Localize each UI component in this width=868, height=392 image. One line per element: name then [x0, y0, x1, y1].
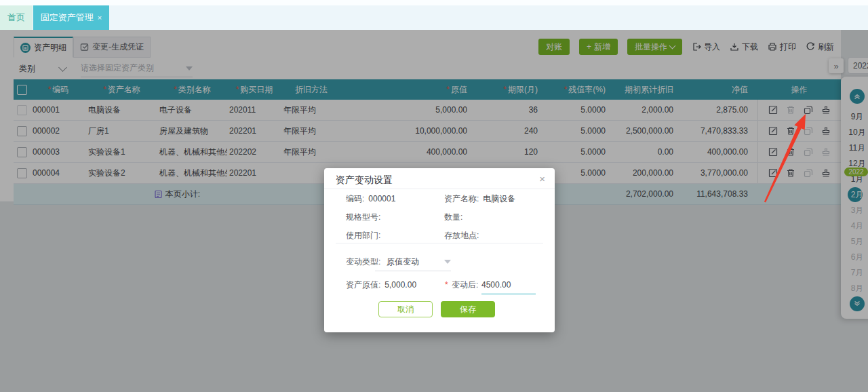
dept-label: 使用部门: [346, 228, 380, 243]
tab-fixed-assets-label: 固定资产管理 [41, 12, 94, 24]
tab-close-icon[interactable]: × [98, 14, 102, 22]
change-type-select[interactable]: 原值变动 [375, 253, 451, 271]
after-change-label: 变动后: [452, 277, 478, 292]
original-value-label: 资产原值: [346, 280, 380, 290]
location-label: 存放地点: [444, 228, 479, 243]
change-type-value: 原值变动 [387, 254, 419, 269]
top-tab-bar: 首页 固定资产管理 × [0, 0, 868, 30]
caret-down-icon [444, 260, 451, 264]
qty-label: 数量: [444, 210, 462, 224]
tab-home-label: 首页 [7, 12, 25, 24]
code-value: 000001 [368, 194, 395, 203]
tab-home[interactable]: 首页 [0, 5, 33, 30]
dialog-title: 资产变动设置 [336, 174, 393, 187]
spec-label: 规格型号: [346, 210, 380, 224]
original-value: 5,000.00 [384, 280, 416, 290]
asset-change-dialog: 资产变动设置 × 编码:000001 资产名称:电脑设备 规格型号: 数量: 使… [324, 168, 555, 332]
close-icon[interactable]: × [539, 174, 545, 184]
after-change-input[interactable] [481, 276, 536, 294]
top-strip [0, 0, 868, 5]
divider [324, 189, 555, 189]
required-star: * [445, 277, 448, 292]
asset-name-label: 资产名称: [444, 194, 479, 203]
app-window: 首页 固定资产管理 × 资产明细 变更-生成凭证 [0, 0, 868, 392]
save-button[interactable]: 保存 [441, 301, 495, 317]
code-label: 编码: [346, 194, 364, 203]
cancel-button[interactable]: 取消 [378, 301, 433, 317]
asset-name-value: 电脑设备 [483, 194, 515, 203]
divider [336, 243, 543, 243]
tab-fixed-assets[interactable]: 固定资产管理 × [33, 5, 109, 30]
